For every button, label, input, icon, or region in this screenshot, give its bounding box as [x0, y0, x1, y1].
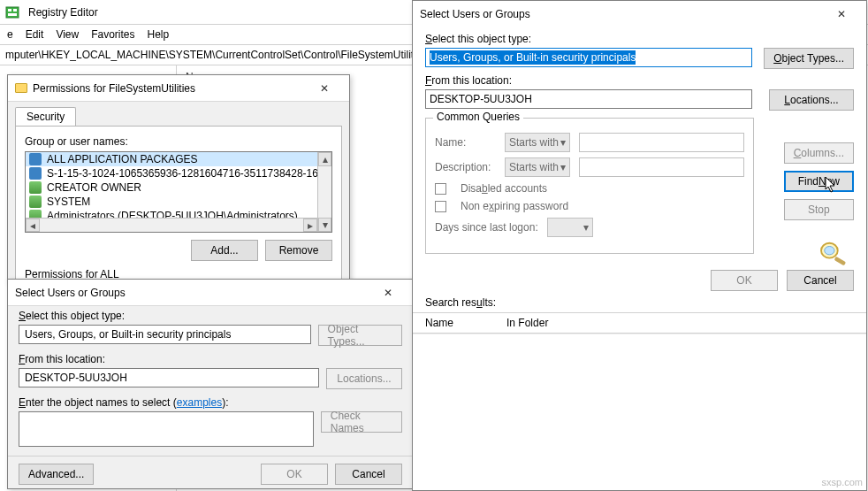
- cancel-button[interactable]: Cancel: [335, 464, 402, 485]
- principal-row[interactable]: SYSTEM: [26, 195, 331, 209]
- permissions-title: Permissions for FileSystemUtilities: [33, 82, 307, 95]
- svg-point-5: [825, 247, 834, 255]
- locations-button[interactable]: Locations...: [326, 368, 402, 389]
- days-since-logon-label: Days since last logon:: [435, 221, 538, 234]
- chevron-down-icon: ▾: [583, 221, 589, 234]
- add-button[interactable]: Add...: [191, 240, 258, 261]
- name-label: Name:: [435, 136, 496, 149]
- object-type-field[interactable]: Users, Groups, or Built-in security prin…: [425, 48, 752, 67]
- columns-button[interactable]: Columns...: [784, 142, 854, 164]
- object-type-label: SSelect this object type:elect this obje…: [19, 310, 402, 322]
- check-names-button[interactable]: Check Names: [321, 411, 402, 433]
- name-input[interactable]: [579, 133, 744, 152]
- svg-rect-0: [6, 7, 19, 18]
- find-now-button[interactable]: Find Now: [784, 171, 854, 192]
- results-col-folder[interactable]: In Folder: [506, 317, 548, 329]
- object-type-field[interactable]: Users, Groups, or Built-in security prin…: [19, 325, 311, 344]
- group-names-listbox[interactable]: ALL APPLICATION PACKAGES S-1-15-3-1024-1…: [25, 151, 332, 233]
- watermark: sxsp.com: [822, 477, 863, 487]
- search-icon: [815, 238, 854, 268]
- object-types-button[interactable]: Object Types...: [318, 325, 402, 346]
- group-names-label: Group or user names:: [25, 135, 128, 148]
- chevron-down-icon: ▾: [560, 161, 566, 173]
- svg-rect-1: [8, 9, 11, 12]
- sid-icon: [29, 167, 42, 180]
- menu-file[interactable]: e: [7, 28, 13, 41]
- name-match-combo[interactable]: Starts with▾: [505, 133, 570, 152]
- group-icon: [29, 196, 42, 208]
- ok-button[interactable]: OK: [261, 464, 328, 485]
- package-icon: [29, 153, 42, 165]
- close-icon[interactable]: ✕: [370, 281, 406, 304]
- select-users-dialog-large: Select Users or Groups ✕ Select this obj…: [412, 0, 867, 491]
- chevron-down-icon: ▾: [560, 136, 566, 149]
- days-combo[interactable]: ▾: [547, 218, 593, 237]
- results-col-name[interactable]: Name: [425, 317, 453, 329]
- object-type-label: Select this object type:: [425, 33, 854, 45]
- select-small-titlebar[interactable]: Select Users or Groups ✕: [8, 280, 413, 306]
- object-names-label: Enter the object names to select (exampl…: [19, 396, 402, 409]
- location-label: From this location:: [19, 353, 402, 365]
- select-large-titlebar[interactable]: Select Users or Groups ✕: [413, 1, 866, 27]
- location-label: From this location:: [425, 74, 854, 87]
- menu-view[interactable]: View: [56, 28, 79, 41]
- principal-label: SYSTEM: [47, 196, 90, 208]
- principal-label: CREATOR OWNER: [47, 181, 141, 194]
- permissions-dialog: Permissions for FileSystemUtilities ✕ Se…: [7, 74, 350, 282]
- advanced-button[interactable]: Advanced...: [19, 464, 94, 485]
- folder-icon: [15, 83, 27, 93]
- results-header[interactable]: Name In Folder: [413, 312, 866, 334]
- svg-rect-6: [834, 257, 847, 266]
- location-field[interactable]: DESKTOP-5UU3JOH: [19, 368, 319, 387]
- horizontal-scrollbar[interactable]: ◂▸: [26, 218, 317, 232]
- object-names-input[interactable]: [19, 411, 314, 447]
- disabled-accounts-label: Disabled accounts: [461, 182, 547, 195]
- object-types-button[interactable]: Object Types...: [764, 48, 854, 69]
- select-users-dialog-small: Select Users or Groups ✕ SSelect this ob…: [7, 279, 414, 489]
- menu-favorites[interactable]: Favorites: [91, 28, 134, 41]
- disabled-accounts-checkbox[interactable]: [435, 183, 446, 195]
- locations-button[interactable]: Locations...: [769, 89, 854, 111]
- svg-rect-3: [8, 13, 17, 16]
- cancel-button[interactable]: Cancel: [787, 270, 854, 291]
- scroll-right-icon[interactable]: ▸: [303, 219, 317, 232]
- scroll-up-icon[interactable]: ▴: [318, 152, 331, 166]
- common-queries-legend: Common Queries: [433, 111, 523, 123]
- regedit-path: mputer\HKEY_LOCAL_MACHINE\SYSTEM\Current…: [5, 49, 427, 61]
- scroll-down-icon[interactable]: ▾: [318, 218, 331, 232]
- principal-row[interactable]: CREATOR OWNER: [26, 180, 331, 195]
- select-small-title: Select Users or Groups: [15, 287, 370, 299]
- non-expiring-checkbox[interactable]: [435, 201, 446, 212]
- remove-button[interactable]: Remove: [265, 240, 332, 261]
- results-list[interactable]: [413, 334, 866, 449]
- examples-link[interactable]: examples: [177, 396, 222, 409]
- group-icon: [29, 181, 42, 194]
- principal-row[interactable]: ALL APPLICATION PACKAGES: [26, 152, 331, 166]
- scroll-left-icon[interactable]: ◂: [26, 219, 40, 232]
- description-match-combo[interactable]: Starts with▾: [505, 157, 570, 177]
- principal-label: S-1-15-3-1024-1065365936-1281604716-3511…: [47, 167, 324, 180]
- description-input[interactable]: [579, 157, 744, 177]
- non-expiring-label: Non expiring password: [461, 200, 568, 212]
- close-icon[interactable]: ✕: [307, 77, 342, 100]
- principal-row[interactable]: S-1-15-3-1024-1065365936-1281604716-3511…: [26, 166, 331, 180]
- menu-edit[interactable]: Edit: [26, 28, 44, 41]
- common-queries-group: Common Queries Name: Starts with▾ Descri…: [425, 118, 754, 254]
- tab-security[interactable]: Security: [15, 107, 76, 126]
- menu-help[interactable]: Help: [148, 28, 170, 41]
- regedit-icon: [5, 5, 19, 19]
- principal-label: ALL APPLICATION PACKAGES: [47, 153, 198, 165]
- svg-rect-2: [13, 9, 17, 12]
- object-type-value: Users, Groups, or Built-in security prin…: [430, 50, 636, 65]
- vertical-scrollbar[interactable]: ▴▾: [317, 152, 331, 232]
- permissions-titlebar[interactable]: Permissions for FileSystemUtilities ✕: [8, 75, 349, 102]
- location-field[interactable]: DESKTOP-5UU3JOH: [425, 89, 752, 109]
- close-icon[interactable]: ✕: [824, 3, 859, 26]
- stop-button[interactable]: Stop: [784, 199, 854, 220]
- ok-button[interactable]: OK: [711, 270, 778, 291]
- select-large-title: Select Users or Groups: [420, 8, 824, 20]
- search-results-label: Search results:: [413, 296, 866, 312]
- mouse-cursor-icon: [825, 176, 837, 194]
- description-label: Description:: [435, 161, 496, 173]
